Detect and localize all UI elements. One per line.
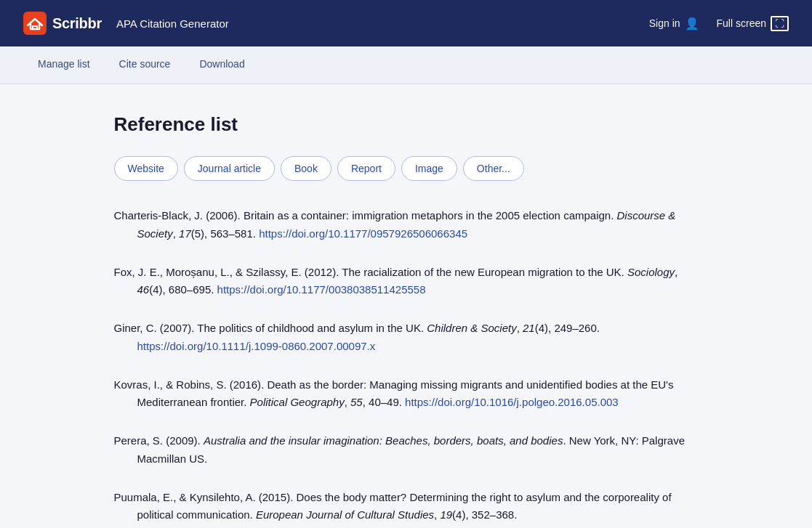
svg-rect-0 <box>23 12 47 35</box>
list-item: Fox, J. E., Moroșanu, L., & Szilassy, E.… <box>114 264 699 300</box>
tab-download[interactable]: Download <box>185 46 259 84</box>
sign-in-label: Sign in <box>649 17 680 29</box>
page-title: Reference list <box>114 113 699 136</box>
source-types: Website Journal article Book Report Imag… <box>114 156 699 181</box>
navbar-left: Scribbr APA Citation Generator <box>23 12 229 35</box>
source-btn-book[interactable]: Book <box>281 156 331 181</box>
fullscreen-label: Full screen <box>717 17 766 29</box>
tab-manage-list[interactable]: Manage list <box>23 46 105 84</box>
app-title: APA Citation Generator <box>116 17 229 30</box>
person-icon: 👤 <box>685 17 699 31</box>
logo-area: Scribbr <box>23 12 102 35</box>
sign-in-link[interactable]: Sign in 👤 <box>649 17 699 31</box>
reference-list: Charteris-Black, J. (2006). Britain as a… <box>114 207 699 528</box>
logo-text: Scribbr <box>52 15 102 32</box>
scribbr-logo-icon <box>23 12 47 35</box>
fullscreen-link[interactable]: Full screen ⛶ <box>717 16 789 31</box>
list-item: Puumala, E., & Kynsilehto, A. (2015). Do… <box>114 489 699 529</box>
main-content: Reference list Website Journal article B… <box>79 84 733 528</box>
source-btn-website[interactable]: Website <box>114 156 178 181</box>
source-btn-other[interactable]: Other... <box>463 156 524 181</box>
source-btn-report[interactable]: Report <box>337 156 395 181</box>
navbar-right: Sign in 👤 Full screen ⛶ <box>649 16 789 31</box>
source-btn-journal[interactable]: Journal article <box>184 156 275 181</box>
tab-bar: Manage list Cite source Download <box>0 46 812 84</box>
list-item: Giner, C. (2007). The politics of childh… <box>114 320 699 356</box>
list-item: Perera, S. (2009). Australia and the ins… <box>114 432 699 468</box>
navbar: Scribbr APA Citation Generator Sign in 👤… <box>0 0 812 46</box>
fullscreen-icon: ⛶ <box>771 16 789 31</box>
list-item: Charteris-Black, J. (2006). Britain as a… <box>114 207 699 243</box>
tab-cite-source[interactable]: Cite source <box>105 46 185 84</box>
list-item: Kovras, I., & Robins, S. (2016). Death a… <box>114 376 699 413</box>
source-btn-image[interactable]: Image <box>401 156 457 181</box>
